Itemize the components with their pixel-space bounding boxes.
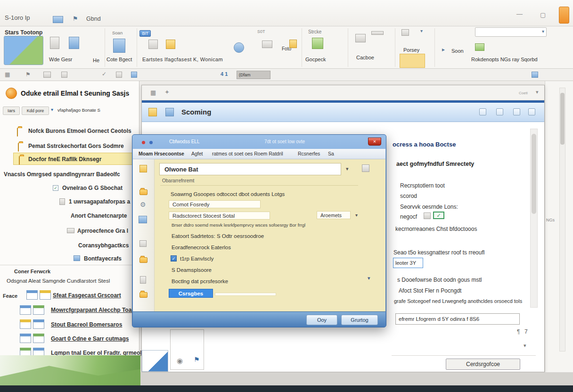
sidebar-item-selected[interactable]: Docfor fneE Rafllk Dknsegr [28, 156, 101, 163]
sidebar-item[interactable]: Ovnelrao G G Sbochat [62, 185, 123, 191]
sidebar-item[interactable]: Bontfayecrafs [84, 255, 122, 262]
header-tool-icon[interactable] [528, 108, 535, 115]
chevron-down-icon[interactable]: ▾ [368, 275, 370, 281]
sidebar-item[interactable]: Pemat Sstrckechorfat Gors Sodmre [28, 143, 124, 149]
ribbon-button-rokdenopts[interactable]: Rokdenopts NGs ray Sqorbd [471, 57, 538, 62]
chevron-down-icon[interactable]: ▾ [346, 166, 349, 172]
ribbon-tab[interactable]: Stars Tootonp [5, 29, 42, 36]
book-icon[interactable] [475, 43, 484, 51]
checkbox-icon[interactable]: ✓ [53, 185, 58, 191]
header-tool-icon[interactable] [479, 108, 486, 115]
menu-item[interactable]: Moam Hrsecoontse [139, 151, 184, 156]
ribbon-button-gocpeck[interactable]: Gocpeck [305, 57, 326, 62]
menu-item[interactable]: Agfet [191, 151, 203, 156]
folded-tile-icon[interactable] [142, 350, 168, 372]
option-row[interactable]: t1rp Eanvlscly [180, 256, 214, 261]
mail-icon[interactable] [262, 41, 272, 48]
option-row[interactable]: S Deamsplsoore [172, 267, 212, 273]
folder-icon[interactable] [139, 292, 147, 298]
sidebar-item[interactable]: Coransybhgactkcs [78, 242, 129, 249]
doc-icon[interactable] [69, 37, 79, 49]
cancel-button[interactable]: Grurtog [341, 315, 378, 325]
doc-icon[interactable] [140, 276, 146, 284]
header-tool-icon[interactable] [496, 108, 503, 115]
info-dropdown[interactable]: leoter 3Y [393, 258, 423, 268]
send-icon[interactable]: ▸ [442, 46, 445, 53]
monitor-icon[interactable] [312, 38, 323, 49]
star-icon[interactable]: ✦ [164, 89, 170, 96]
insert-icon[interactable] [166, 40, 175, 49]
flag-icon[interactable]: ⚑ [25, 71, 31, 78]
check-icon[interactable]: ✓ [102, 71, 106, 77]
toolbar-combo[interactable]: (Dfam [237, 71, 270, 79]
ribbon-button-soon[interactable]: Soon [451, 48, 464, 54]
chevron-down-icon[interactable]: ▾ [536, 89, 539, 95]
option-row[interactable]: Soawrng Gsoopes odtococt dbot oduents Lo… [171, 191, 285, 197]
restore-icon[interactable]: ▢ [540, 11, 546, 18]
badge-icon[interactable] [532, 72, 538, 78]
sidebar-toolbar-kdd-pore[interactable]: Kdd pore [22, 106, 49, 115]
app-tile-icon[interactable] [20, 319, 31, 329]
ribbon-search-combo[interactable]: ▾ [475, 27, 547, 37]
flag-icon[interactable]: ⚑ [194, 356, 200, 363]
table-icon[interactable] [148, 40, 158, 49]
ribbon-button-he[interactable]: He [93, 57, 99, 63]
grid-icon[interactable]: ▦ [5, 71, 10, 78]
menu-grid-icon[interactable] [362, 164, 369, 172]
app-tile-icon[interactable] [20, 334, 31, 343]
sidebar-item[interactable]: Aprroecfence Gra l [77, 228, 128, 234]
badge-icon[interactable] [61, 72, 67, 78]
grid-icon[interactable]: ▦ [150, 89, 156, 96]
menu-item[interactable]: Sa [328, 151, 334, 156]
ribbon-button-cote-bgect[interactable]: Cote Bgect [106, 57, 132, 62]
sidebar-toolbar-iars[interactable]: Iars [3, 106, 20, 115]
sidebar-item[interactable]: 1 uwrsagapafaforpas a [69, 198, 130, 205]
lines-icon[interactable] [371, 31, 384, 35]
badge-icon[interactable] [116, 72, 122, 78]
green-check-icon[interactable]: ✓ [433, 212, 444, 219]
note-icon[interactable] [148, 108, 157, 116]
option-row[interactable]: Eoradfenecrock Eaterlos [172, 245, 231, 250]
sidebar-toolbar-vfap[interactable]: ▾ vfaphafjago Bonate S [51, 106, 134, 115]
app-tile-icon[interactable] [26, 290, 38, 300]
option-row[interactable]: Boctlng dat pcrsfesorke [172, 278, 228, 284]
circle-icon[interactable]: ◉ [177, 357, 183, 365]
close-button[interactable]: × [368, 138, 381, 146]
scan-scrollbar-thumb[interactable] [532, 134, 536, 214]
sidebar-item[interactable]: Vnacsls Omrgsed spandlngynrarr Badeolfc [4, 171, 120, 178]
scrollbar-track[interactable] [559, 88, 565, 351]
chevron-down-icon[interactable]: ▾ [524, 343, 526, 349]
app-tile-icon[interactable] [20, 305, 31, 315]
object-icon[interactable] [113, 39, 125, 53]
sidebar-item[interactable]: Nofck Burons Etmoel Gornect Ceotols [28, 128, 131, 134]
chevron-down-icon[interactable]: ▾ [542, 29, 544, 34]
footer-link[interactable]: Sfeat Fasgecast Grscoart [53, 292, 121, 299]
app-tile-icon[interactable] [40, 290, 51, 300]
gear-icon[interactable]: ⚙ [140, 201, 146, 208]
ok-button[interactable]: Ooy [306, 315, 337, 325]
scan-scrollbar-track[interactable] [530, 129, 538, 308]
ribbon-button-eartstes[interactable]: Eartstes Ifagcfasest K, Wonicam [142, 57, 223, 62]
globe-icon[interactable] [234, 42, 244, 53]
header-tool-icon[interactable] [513, 108, 520, 115]
menu-item[interactable]: Rcsnerfes [298, 151, 320, 156]
ribbon-button-wde-gesr[interactable]: Wde Gesr [49, 57, 73, 62]
chevron-down-icon[interactable]: ▾ [420, 28, 423, 33]
options-dialog-titlebar[interactable]: Cbfwodss ELL 7dt ot soet low ovte × [132, 135, 386, 149]
note-icon[interactable] [139, 165, 147, 172]
option-row[interactable]: Eatoort Sadrtetos: S Odtr oesrsoodroe [172, 233, 264, 239]
settings-button[interactable]: Cerdsrgofcoe [446, 359, 520, 370]
porsey-highlight[interactable] [400, 54, 425, 68]
checkbox-checked-icon[interactable]: ✓ [171, 255, 177, 261]
folder-icon[interactable] [139, 257, 147, 263]
badge-icon[interactable] [43, 72, 51, 78]
clip-icon[interactable] [401, 29, 409, 36]
doc-icon[interactable] [50, 37, 59, 49]
scan-icon[interactable] [165, 108, 174, 116]
ribbon-button-cacboe[interactable]: Cacboe [356, 55, 374, 60]
folder-icon[interactable] [139, 189, 147, 195]
chevron-down-icon[interactable]: ▾ [355, 212, 358, 218]
app-tile-icon[interactable] [33, 334, 44, 343]
sidebar-item[interactable]: Anort Chanetcnarpte [71, 212, 127, 219]
info-input[interactable]: efremr Lfogrern d 5Y odinra f 8S6 [395, 313, 520, 325]
